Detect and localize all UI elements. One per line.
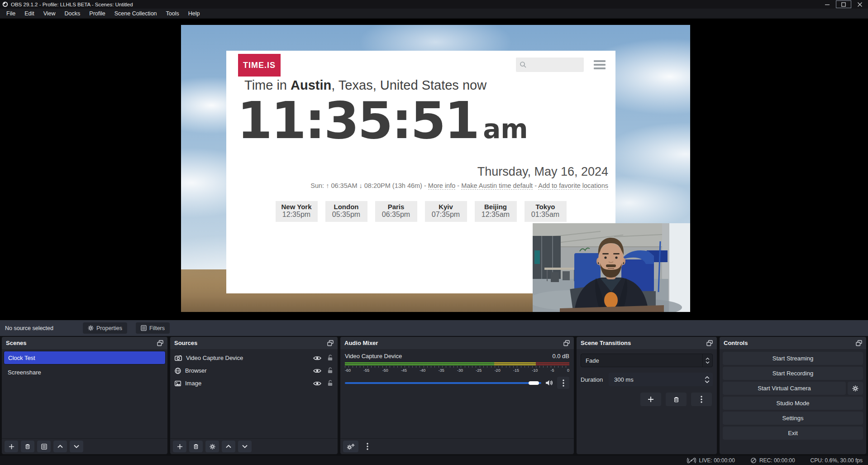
chevron-down-icon	[242, 445, 248, 448]
volume-slider[interactable]	[345, 380, 541, 386]
more-info-link: More info	[428, 182, 455, 190]
menu-help[interactable]: Help	[184, 9, 205, 18]
start-virtual-camera-button[interactable]: Start Virtual Camera	[723, 382, 846, 395]
controls-title: Controls	[724, 340, 748, 346]
transition-select[interactable]: Fade	[581, 354, 713, 367]
add-transition-button[interactable]	[640, 393, 661, 406]
source-up-button[interactable]	[222, 441, 235, 452]
webcam-video-content	[533, 223, 690, 312]
speaker-icon[interactable]	[545, 379, 553, 386]
studio-mode-button[interactable]: Studio Mode	[723, 397, 863, 410]
favorite-link: Add to favorite locations	[538, 182, 608, 190]
live-status: LIVE: 00:00:00	[687, 457, 734, 464]
webcam-overlay[interactable]	[533, 223, 690, 312]
timeis-sun-line: Sun: ↑ 06:35AM ↓ 08:20PM (13h 46m) - Mor…	[310, 182, 608, 189]
lock-open-icon[interactable]	[327, 380, 333, 387]
timeis-date: Thursday, May 16, 2024	[477, 165, 608, 179]
source-down-button[interactable]	[238, 441, 252, 452]
lock-open-icon[interactable]	[327, 355, 333, 361]
mixer-menu-button[interactable]	[361, 441, 374, 452]
image-icon	[175, 381, 181, 386]
menu-scene-collection[interactable]: Scene Collection	[110, 9, 162, 18]
lock-open-icon[interactable]	[327, 367, 333, 374]
scene-up-button[interactable]	[53, 441, 67, 452]
eye-icon[interactable]	[313, 355, 321, 361]
sources-dock: Sources Video Capture Device Browser	[170, 337, 338, 454]
obs-logo-icon	[2, 1, 8, 7]
window-title: OBS 29.1.2 - Profile: LLHLS BETA - Scene…	[11, 2, 133, 7]
minimize-button[interactable]	[819, 0, 835, 9]
settings-button[interactable]: Settings	[723, 412, 863, 425]
duration-label: Duration	[581, 376, 609, 383]
mixer-channel-menu-button[interactable]	[557, 377, 569, 389]
source-item-browser[interactable]: Browser	[170, 365, 338, 376]
program-canvas[interactable]: TIME.IS Time in Austin, Texas, United St…	[181, 25, 690, 312]
timeis-logo: TIME.IS	[238, 54, 281, 77]
mixer-level-db: 0.0 dB	[552, 353, 569, 360]
menu-bar: File Edit View Docks Profile Scene Colle…	[0, 9, 868, 19]
audio-mixer-dock: Audio Mixer Video Capture Device 0.0 dB …	[340, 337, 574, 454]
start-streaming-button[interactable]: Start Streaming	[723, 352, 863, 365]
scene-down-button[interactable]	[70, 441, 83, 452]
transition-properties-button[interactable]	[691, 393, 712, 406]
menu-docks[interactable]: Docks	[60, 9, 85, 18]
filters-icon	[141, 325, 147, 331]
popout-icon[interactable]	[706, 340, 713, 346]
properties-button[interactable]: Properties	[83, 322, 127, 334]
menu-edit[interactable]: Edit	[20, 9, 39, 18]
source-item-video-capture[interactable]: Video Capture Device	[170, 352, 338, 364]
gear-icon	[210, 444, 215, 450]
mixer-channel-name: Video Capture Device	[345, 353, 402, 360]
start-recording-button[interactable]: Start Recording	[723, 367, 863, 380]
add-scene-button[interactable]	[5, 441, 18, 452]
meter-tick-labels: -60-55-50-45-40-35-30-25-20-15-10-50	[345, 368, 569, 373]
volume-slider-handle[interactable]	[529, 381, 539, 385]
scene-item-screenshare[interactable]: Screenshare	[4, 366, 166, 378]
eye-icon[interactable]	[313, 368, 321, 374]
menu-tools[interactable]: Tools	[162, 9, 184, 18]
source-item-image[interactable]: Image	[170, 378, 338, 389]
rec-status: REC: 00:00:00	[750, 457, 795, 464]
filters-button[interactable]: Filters	[136, 322, 170, 334]
dots-vertical-icon	[701, 396, 702, 403]
menu-profile[interactable]: Profile	[85, 9, 110, 18]
popout-icon[interactable]	[327, 340, 334, 346]
city-newyork: New York12:35pm	[276, 201, 318, 222]
exit-button[interactable]: Exit	[723, 427, 863, 440]
popout-icon[interactable]	[856, 340, 862, 346]
duration-spinbox[interactable]: 300 ms	[609, 373, 713, 386]
dots-vertical-icon	[563, 379, 564, 387]
remove-source-button[interactable]	[189, 441, 203, 452]
controls-dock: Controls Start Streaming Start Recording…	[720, 337, 866, 454]
trash-icon	[193, 443, 199, 450]
scene-item-clock-test[interactable]: Clock Test	[4, 351, 166, 364]
source-properties-button[interactable]	[205, 441, 219, 452]
trash-icon	[24, 443, 31, 450]
search-icon	[520, 61, 527, 68]
scene-filters-button[interactable]	[37, 441, 51, 452]
transitions-title: Scene Transitions	[581, 340, 631, 346]
chevron-up-icon[interactable]	[705, 376, 710, 379]
popout-icon[interactable]	[157, 340, 163, 346]
city-beijing: Beijing12:35am	[475, 201, 517, 222]
clock-meridiem: am	[483, 114, 528, 144]
selected-source-toolbar: No source selected Properties Filters	[0, 320, 868, 336]
gear-icon	[88, 325, 94, 331]
cpu-fps-status: CPU: 0.6%, 30.00 fps	[811, 457, 863, 464]
plus-icon	[648, 396, 654, 403]
menu-view[interactable]: View	[39, 9, 60, 18]
virtual-camera-settings-button[interactable]	[848, 382, 863, 395]
advanced-audio-button[interactable]	[343, 441, 358, 452]
remove-transition-button[interactable]	[666, 393, 687, 406]
chevron-down-icon[interactable]	[705, 380, 710, 383]
menu-file[interactable]: File	[2, 9, 20, 18]
remove-scene-button[interactable]	[21, 441, 34, 452]
maximize-button[interactable]	[835, 0, 852, 9]
eye-icon[interactable]	[313, 381, 321, 386]
city-paris: Paris06:35pm	[375, 201, 417, 222]
close-button[interactable]	[852, 0, 868, 9]
status-bar: LIVE: 00:00:00 REC: 00:00:00 CPU: 0.6%, …	[0, 455, 868, 465]
popout-icon[interactable]	[563, 340, 570, 346]
transition-select-spinner[interactable]	[702, 354, 712, 367]
add-source-button[interactable]	[173, 441, 186, 452]
